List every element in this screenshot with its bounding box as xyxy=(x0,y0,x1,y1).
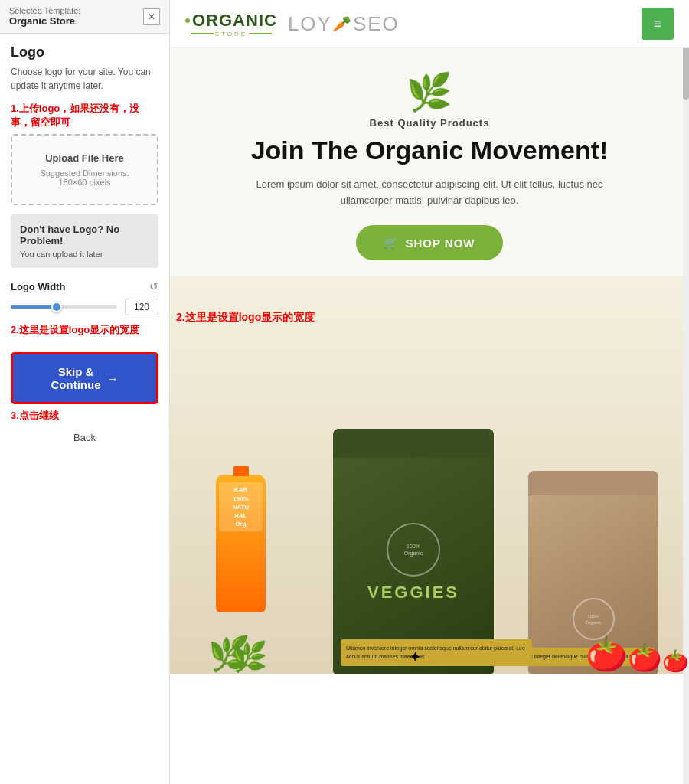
template-name-value: Organic Store xyxy=(9,15,80,27)
logo-width-section: Logo Width ↺ 120 2.这里是设置logo显示的宽度 xyxy=(0,280,169,345)
slider-value[interactable]: 120 xyxy=(125,299,158,315)
shop-now-button[interactable]: 🛒 SHOP NOW xyxy=(356,225,502,260)
tomatoes-group: 🍅 🍅 🍅 xyxy=(586,634,689,674)
hero-section: 🌿 Best Quality Products Join The Organic… xyxy=(170,48,689,276)
no-logo-title: Don't have Logo? No Problem! xyxy=(20,224,149,247)
star-anise-icon: ✦ xyxy=(409,648,422,666)
preview-header: ORGANIC STORE LOY🥕SEO ≡ xyxy=(170,0,689,48)
loyseo-pre: LOY xyxy=(288,12,332,36)
logo-width-label: Logo Width xyxy=(11,281,65,292)
selected-template-info: Selected Template: Organic Store xyxy=(9,6,80,27)
juice-bottle: KAR100%NATURALOrg xyxy=(216,475,266,612)
annotation-2: 2.这里是设置logo显示的宽度 xyxy=(11,323,158,337)
no-logo-box: Don't have Logo? No Problem! You can upl… xyxy=(11,214,158,268)
brand-sub: STORE xyxy=(215,31,247,38)
skip-continue-button[interactable]: Skip &Continue → xyxy=(11,352,158,404)
logo-width-slider[interactable] xyxy=(11,305,117,309)
yellow-box-1-text: Ullamco inventore integer omnia sceleris… xyxy=(346,645,527,661)
upload-hint-line2: 180×60 pixels xyxy=(20,178,149,187)
annotation-3: 3.点击继续 xyxy=(11,409,158,423)
slider-thumb[interactable] xyxy=(51,302,62,312)
arrow-icon: → xyxy=(107,372,119,385)
hamburger-button[interactable]: ≡ xyxy=(642,8,674,40)
sidebar: Selected Template: Organic Store ✕ Logo … xyxy=(0,0,170,784)
logo-section-title: Logo xyxy=(11,44,158,60)
organic-logo: ORGANIC STORE xyxy=(185,11,277,38)
annotation-1: 1.上传logo，如果还没有，没事，留空即可 xyxy=(11,102,158,129)
selected-template-bar: Selected Template: Organic Store ✕ xyxy=(0,0,169,34)
hero-subtitle: Best Quality Products xyxy=(201,117,658,129)
hero-title: Join The Organic Movement! xyxy=(201,135,658,166)
selected-template-label: Selected Template: xyxy=(9,6,80,15)
basil-icon-2: 🌿 xyxy=(231,640,267,674)
veggies-bag: 100%Organic VEGGIES Ullamco inventore in… xyxy=(333,429,494,674)
upload-file-label: Upload File Here xyxy=(20,152,149,164)
juice-label-text: KAR100%NATURALOrg xyxy=(222,485,260,528)
hamburger-icon: ≡ xyxy=(654,16,662,32)
veggies-label: VEGGIES xyxy=(367,583,459,603)
hero-leaf-icon: 🌿 xyxy=(201,71,658,114)
logo-section-desc: Choose logo for your site. You can updat… xyxy=(11,65,158,93)
preview-panel: ORGANIC STORE LOY🥕SEO ≡ 🌿 Best Quality P… xyxy=(170,0,689,784)
logo-width-row: Logo Width ↺ xyxy=(11,280,158,292)
loyseo-brand: LOY🥕SEO xyxy=(288,12,400,36)
skip-continue-label: Skip &Continue xyxy=(51,365,101,391)
loyseo-carrot: 🥕 xyxy=(332,15,353,33)
hero-description: Lorem ipsum dolor sit amet, consectetur … xyxy=(230,177,629,209)
close-button[interactable]: ✕ xyxy=(143,8,160,25)
slider-fill xyxy=(11,305,54,309)
upload-file-box[interactable]: Upload File Here Suggested Dimensions: 1… xyxy=(11,134,158,205)
loyseo-post: SEO xyxy=(353,12,400,36)
logo-area: ORGANIC STORE LOY🥕SEO xyxy=(185,11,400,38)
products-section: 2.这里是设置logo显示的宽度 KAR100%NATURALOrg 🌿 🌿 xyxy=(170,276,689,674)
back-link[interactable]: Back xyxy=(0,427,169,454)
sidebar-content: Logo Choose logo for your site. You can … xyxy=(0,34,169,280)
annotation-1-text: 1.上传logo，如果还没有，没事，留空即可 xyxy=(11,102,158,129)
shop-now-label: SHOP NOW xyxy=(405,237,475,250)
slider-row: 120 xyxy=(11,299,158,315)
upload-hint-line1: Suggested Dimensions: xyxy=(20,168,149,178)
no-logo-desc: You can upload it later xyxy=(20,250,149,259)
brand-name: ORGANIC xyxy=(192,11,277,31)
cart-icon: 🛒 xyxy=(384,236,399,250)
refresh-icon[interactable]: ↺ xyxy=(149,280,158,292)
